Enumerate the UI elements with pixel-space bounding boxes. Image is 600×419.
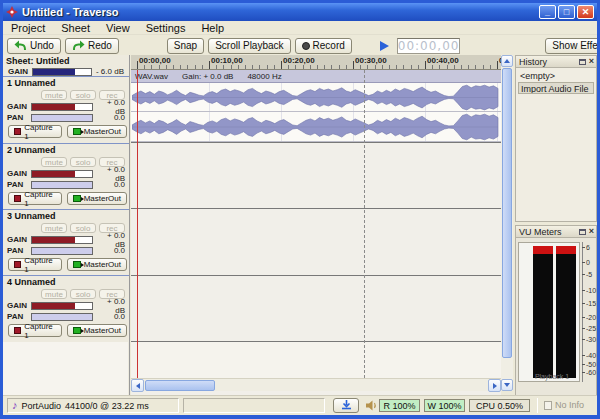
menu-view[interactable]: View bbox=[98, 22, 138, 34]
track-name[interactable]: 4 Unnamed bbox=[5, 277, 127, 289]
undo-label: Undo bbox=[30, 40, 54, 51]
scroll-right-arrow[interactable] bbox=[488, 379, 501, 392]
capture-source-button[interactable]: Capture 1 bbox=[8, 324, 62, 337]
work-cursor[interactable] bbox=[364, 70, 365, 378]
vu-scale-label: -40 bbox=[586, 353, 596, 359]
track-gain-slider[interactable] bbox=[31, 302, 93, 310]
track-lane[interactable] bbox=[131, 275, 501, 341]
window-title: Untitled - Traverso bbox=[22, 6, 537, 18]
track-pan-slider[interactable] bbox=[31, 247, 93, 255]
scroll-left-arrow[interactable] bbox=[131, 379, 144, 392]
track-name[interactable]: 3 Unnamed bbox=[5, 211, 127, 223]
music-note-icon: ♪ bbox=[12, 400, 18, 411]
mute-button[interactable]: mute bbox=[41, 289, 67, 299]
track-gain-slider[interactable] bbox=[31, 170, 93, 178]
sheet-gain-value: - 6.0 dB bbox=[94, 67, 124, 76]
vertical-scrollbar[interactable] bbox=[501, 55, 513, 391]
track-lane[interactable] bbox=[131, 208, 501, 275]
disk-read-status: R 100% bbox=[379, 399, 420, 412]
menu-settings[interactable]: Settings bbox=[138, 22, 194, 34]
close-button[interactable]: ✕ bbox=[577, 5, 594, 19]
track-name[interactable]: 2 Unnamed bbox=[5, 145, 127, 157]
play-cursor[interactable] bbox=[137, 70, 138, 378]
record-button[interactable]: Record bbox=[295, 38, 352, 54]
menu-sheet[interactable]: Sheet bbox=[53, 22, 98, 34]
track-gain-label: GAIN bbox=[7, 301, 29, 310]
redo-button[interactable]: Redo bbox=[65, 38, 119, 54]
output-jack-icon bbox=[73, 195, 81, 202]
scroll-down-arrow[interactable] bbox=[501, 379, 513, 391]
download-button[interactable] bbox=[333, 398, 359, 413]
track-strip: 1 Unnamed mute solo rec GAIN + 0.0 dB PA… bbox=[3, 77, 129, 143]
float-panel-icon[interactable] bbox=[579, 59, 586, 65]
sheet-gain-label: GAIN bbox=[8, 67, 30, 76]
arrangement-canvas[interactable]: WAV.wav Gain: + 0.0 dB 48000 Hz 00:00,00… bbox=[131, 55, 501, 396]
horizontal-scrollbar[interactable] bbox=[131, 378, 501, 391]
master-bus-label: MasterOut bbox=[84, 260, 121, 269]
menu-project[interactable]: Project bbox=[3, 22, 53, 34]
track-pan-slider[interactable] bbox=[31, 114, 93, 122]
vu-scale-label: -30 bbox=[586, 337, 596, 343]
solo-button[interactable]: solo bbox=[70, 223, 96, 233]
timeline-label: 00:00,00 bbox=[139, 56, 171, 65]
capture-source-label: Capture 1 bbox=[24, 123, 55, 141]
mute-button[interactable]: mute bbox=[41, 223, 67, 233]
capture-source-button[interactable]: Capture 1 bbox=[8, 258, 62, 271]
vu-panel-title: VU Meters bbox=[519, 227, 579, 237]
scroll-playback-button[interactable]: Scroll Playback bbox=[208, 38, 290, 54]
snap-button[interactable]: Snap bbox=[167, 38, 204, 54]
scroll-up-arrow[interactable] bbox=[501, 55, 513, 67]
track-lane[interactable] bbox=[131, 142, 501, 208]
menu-help[interactable]: Help bbox=[193, 22, 232, 34]
vu-scale-label: -10 bbox=[586, 288, 596, 294]
history-item[interactable]: Import Audio File bbox=[518, 82, 594, 94]
audio-clip-waveform-right[interactable] bbox=[131, 112, 501, 142]
play-icon[interactable] bbox=[380, 41, 389, 51]
solo-button[interactable]: solo bbox=[70, 90, 96, 100]
undo-button[interactable]: Undo bbox=[7, 38, 61, 54]
track-gain-slider[interactable] bbox=[31, 103, 93, 111]
mute-button[interactable]: mute bbox=[41, 90, 67, 100]
redo-label: Redo bbox=[88, 40, 112, 51]
history-list: <empty>Import Audio File bbox=[515, 68, 597, 222]
master-bus-button[interactable]: MasterOut bbox=[67, 125, 127, 138]
history-panel-header[interactable]: History × bbox=[515, 55, 597, 68]
solo-button[interactable]: solo bbox=[70, 289, 96, 299]
minimize-button[interactable]: _ bbox=[539, 5, 556, 19]
vertical-scroll-thumb[interactable] bbox=[502, 68, 512, 358]
close-panel-icon[interactable]: × bbox=[589, 227, 594, 236]
master-bus-button[interactable]: MasterOut bbox=[67, 258, 127, 271]
history-item[interactable]: <empty> bbox=[518, 70, 594, 82]
output-jack-icon bbox=[73, 261, 81, 268]
vu-meters-panel: Playback 1 60-5-10-15-20-25-30-40-50-60 bbox=[515, 238, 597, 396]
redo-arrow-icon bbox=[72, 40, 85, 51]
audio-clip-waveform-left[interactable] bbox=[131, 83, 501, 112]
timeline-ruler[interactable]: 00:00,0000:10,0000:20,0000:30,0000:40,00… bbox=[131, 55, 501, 70]
mute-button[interactable]: mute bbox=[41, 157, 67, 167]
track-pan-slider[interactable] bbox=[31, 181, 93, 189]
capture-source-button[interactable]: Capture 1 bbox=[8, 192, 62, 205]
work-area: Sheet: Untitled GAIN - 6.0 dB 1 Unnamed … bbox=[3, 55, 597, 396]
vu-panel-header[interactable]: VU Meters × bbox=[515, 225, 597, 238]
track-name[interactable]: 1 Unnamed bbox=[5, 78, 127, 90]
master-bus-button[interactable]: MasterOut bbox=[67, 324, 127, 337]
track-gain-slider[interactable] bbox=[31, 236, 93, 244]
speaker-icon[interactable] bbox=[366, 400, 378, 411]
float-panel-icon[interactable] bbox=[579, 229, 586, 235]
history-panel-title: History bbox=[519, 57, 579, 67]
sheet-gain-slider[interactable] bbox=[32, 68, 92, 76]
show-effects-button[interactable]: Show Effects bbox=[545, 38, 600, 54]
capture-source-button[interactable]: Capture 1 bbox=[8, 125, 62, 138]
title-bar[interactable]: Untitled - Traverso _ □ ✕ bbox=[3, 3, 597, 21]
master-bus-button[interactable]: MasterOut bbox=[67, 192, 127, 205]
track-pan-slider[interactable] bbox=[31, 313, 93, 321]
maximize-button[interactable]: □ bbox=[558, 5, 575, 19]
vu-scale-label: -50 bbox=[586, 362, 596, 368]
audio-clip-header[interactable]: WAV.wav Gain: + 0.0 dB 48000 Hz bbox=[131, 70, 501, 83]
no-info-status: No Info bbox=[544, 400, 584, 410]
solo-button[interactable]: solo bbox=[70, 157, 96, 167]
close-panel-icon[interactable]: × bbox=[589, 57, 594, 66]
horizontal-scroll-thumb[interactable] bbox=[145, 380, 215, 391]
info-document-icon bbox=[544, 401, 552, 410]
record-label: Record bbox=[313, 40, 345, 51]
